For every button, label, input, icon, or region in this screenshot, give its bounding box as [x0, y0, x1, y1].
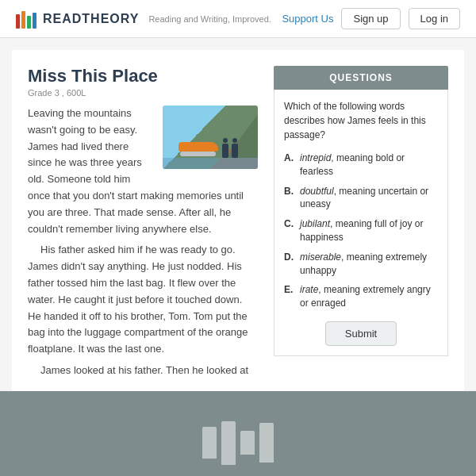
article-meta: Grade 3 , 600L: [28, 88, 258, 98]
logo-tagline: Reading and Writing, Improved.: [148, 14, 271, 24]
logo-text: READTHEORY: [43, 12, 139, 26]
answer-text-a: intrepid, meaning bold or fearless: [300, 152, 438, 178]
footer-bar-1: [202, 427, 217, 459]
mountain-decoration: [226, 114, 258, 158]
article-title: Miss This Place: [28, 66, 258, 86]
article-paragraph-2: His father asked him if he was ready to …: [28, 242, 258, 358]
footer-decoration: [0, 391, 476, 476]
footer-bar-3: [240, 431, 255, 455]
footer-bar-2: [221, 421, 236, 465]
person-2: [232, 144, 238, 158]
footer-bar-4: [259, 423, 274, 463]
answer-option-d[interactable]: D. miserable, meaning extremely unhappy: [284, 251, 438, 278]
logo-bar-2: [21, 11, 25, 29]
support-link[interactable]: Support Us: [282, 13, 333, 25]
answer-letter-a: A.: [284, 152, 295, 165]
answer-option-c[interactable]: C. jubilant, meaning full of joy or happ…: [284, 217, 438, 244]
person-1: [222, 144, 228, 158]
signup-button[interactable]: Sign up: [341, 8, 400, 29]
header-nav: Support Us Sign up Log in: [282, 8, 460, 29]
answer-letter-e: E.: [284, 283, 295, 297]
answer-text-b: doubtful, meaning uncertain or uneasy: [300, 185, 438, 212]
login-button[interactable]: Log in: [409, 8, 460, 29]
answer-option-b[interactable]: B. doubtful, meaning uncertain or uneasy: [284, 185, 438, 212]
answer-option-a[interactable]: A. intrepid, meaning bold or fearless: [284, 152, 438, 178]
logo-bar-4: [33, 13, 36, 29]
logo-bar-1: [16, 14, 20, 29]
logo-bar-3: [27, 16, 31, 29]
answer-letter-b: B.: [284, 185, 295, 198]
logo-icon: [16, 10, 36, 29]
logo-area: READTHEORY Reading and Writing, Improved…: [16, 10, 271, 29]
answer-letter-c: C.: [284, 217, 295, 231]
article: Miss This Place Grade 3 , 600L Leaving t…: [28, 66, 258, 375]
header: READTHEORY Reading and Writing, Improved…: [0, 0, 476, 38]
answer-text-c: jubilant, meaning full of joy or happine…: [300, 217, 438, 244]
article-paragraph-3: James looked at his father. Then he look…: [28, 363, 258, 375]
article-image: [163, 106, 258, 169]
answer-letter-d: D.: [284, 251, 295, 264]
water-reflection: [163, 158, 258, 169]
main-content: Miss This Place Grade 3 , 600L Leaving t…: [12, 50, 464, 391]
answer-text-d: miserable, meaning extremely unhappy: [300, 251, 438, 278]
questions-panel: QUESTIONS Which of the following words d…: [274, 66, 448, 375]
answer-option-e[interactable]: E. irate, meaning extremely angry or enr…: [284, 283, 438, 310]
submit-button[interactable]: Submit: [325, 321, 397, 346]
questions-header: QUESTIONS: [274, 66, 448, 90]
questions-body: Which of the following words describes h…: [274, 90, 448, 356]
question-text: Which of the following words describes h…: [284, 99, 438, 142]
plane-float: [180, 152, 216, 156]
answer-text-e: irate, meaning extremely angry or enrage…: [300, 283, 438, 310]
article-body: Leaving the mountains wasn't going to be…: [28, 106, 258, 375]
plane-body: [178, 142, 218, 152]
